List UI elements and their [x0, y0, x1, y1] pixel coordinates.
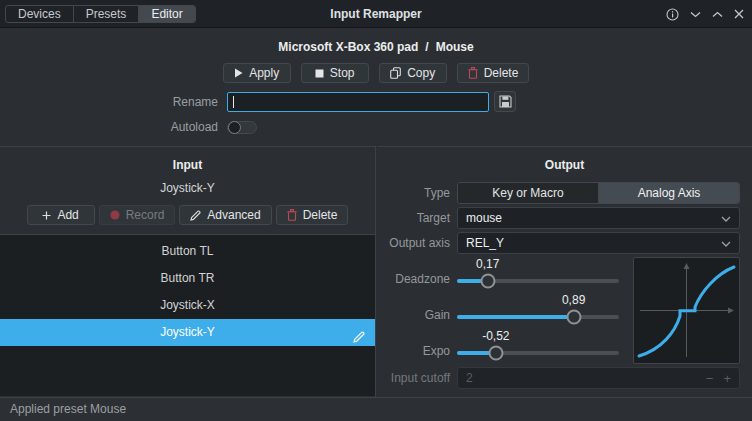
copy-icon — [390, 67, 401, 79]
stop-icon — [315, 69, 324, 78]
input-cutoff-row: Input cutoff 2 − + — [377, 367, 740, 389]
separator: / — [425, 40, 428, 54]
status-text: Applied preset Mouse — [10, 402, 126, 416]
toggle-knob — [228, 121, 241, 134]
device-preset-title: Microsoft X-Box 360 pad/Mouse — [0, 40, 752, 54]
status-bar: Applied preset Mouse — [0, 397, 752, 421]
deadzone-value: 0,17 — [476, 257, 499, 271]
apply-button[interactable]: Apply — [223, 63, 291, 83]
list-item[interactable]: Button TR — [0, 265, 375, 292]
device-name: Microsoft X-Box 360 pad — [278, 40, 418, 54]
advanced-button[interactable]: Advanced — [179, 205, 271, 225]
rename-label: Rename — [0, 95, 227, 109]
type-row: Type Key or Macro Analog Axis — [377, 182, 740, 204]
list-item[interactable]: Button TL — [0, 238, 375, 265]
output-type-segmented: Key or Macro Analog Axis — [457, 182, 740, 204]
list-item-selected[interactable]: Joystick-Y — [0, 319, 375, 346]
preset-actions: Apply Stop Copy Delete — [0, 63, 752, 83]
pencil-icon — [190, 210, 201, 221]
list-item[interactable]: Joystick-X — [0, 292, 375, 319]
output-axis-label: Output axis — [377, 236, 457, 250]
slider-handle[interactable] — [566, 310, 581, 325]
deadzone-slider[interactable]: 0,17 — [457, 271, 619, 291]
rename-input[interactable] — [227, 92, 489, 112]
gain-label: Gain — [377, 308, 457, 322]
expo-value: -0,52 — [482, 329, 509, 343]
window-controls — [666, 0, 744, 28]
stop-button[interactable]: Stop — [301, 63, 369, 83]
minimize-icon[interactable] — [690, 11, 701, 18]
trash-icon — [287, 209, 297, 221]
play-icon — [234, 68, 243, 78]
input-cutoff-label: Input cutoff — [377, 371, 457, 385]
type-analog-axis[interactable]: Analog Axis — [599, 183, 739, 203]
input-list: Button TL Button TR Joystick-X Joystick-… — [0, 235, 375, 396]
target-row: Target mouse — [377, 207, 740, 229]
floppy-icon — [499, 95, 512, 108]
input-actions: Add Record Advanced Delete — [0, 205, 375, 225]
spin-plus-button[interactable]: + — [723, 371, 731, 386]
preset-header: Microsoft X-Box 360 pad/Mouse Apply Stop… — [0, 28, 752, 146]
expo-slider[interactable]: -0,52 — [457, 343, 619, 363]
output-axis-row: Output axis REL_Y — [377, 232, 740, 254]
info-icon[interactable] — [666, 8, 679, 21]
expo-label: Expo — [377, 344, 457, 358]
type-key-or-macro[interactable]: Key or Macro — [458, 183, 599, 203]
delete-preset-button[interactable]: Delete — [457, 63, 530, 83]
save-rename-button[interactable] — [494, 91, 516, 112]
record-button[interactable]: Record — [99, 205, 176, 225]
output-axis-dropdown[interactable]: REL_Y — [457, 232, 740, 254]
titlebar: Devices Presets Editor Input Remapper — [0, 0, 752, 28]
record-icon — [110, 210, 120, 220]
text-caret — [233, 96, 234, 108]
slider-handle[interactable] — [480, 274, 495, 289]
window-title: Input Remapper — [0, 0, 752, 28]
output-panel: Output Type Key or Macro Analog Axis Tar… — [377, 146, 752, 397]
gain-value: 0,89 — [562, 293, 585, 307]
axis-tuning-section: Deadzone 0,17 Gain 0,89 Expo — [377, 257, 752, 367]
target-dropdown[interactable]: mouse — [457, 207, 740, 229]
rename-row: Rename — [0, 91, 752, 112]
spin-minus-button[interactable]: − — [706, 371, 714, 386]
autoload-toggle[interactable] — [227, 121, 257, 134]
response-curve-graph — [633, 257, 740, 364]
input-cutoff-value: 2 — [466, 371, 473, 385]
preset-name: Mouse — [436, 40, 474, 54]
maximize-icon[interactable] — [712, 11, 723, 18]
type-label: Type — [377, 186, 457, 200]
close-icon[interactable] — [734, 9, 744, 19]
output-panel-title: Output — [377, 147, 752, 172]
edit-pencil-icon[interactable] — [353, 326, 365, 353]
current-input-name: Joystick-Y — [0, 181, 375, 195]
target-label: Target — [377, 211, 457, 225]
add-input-button[interactable]: Add — [27, 205, 95, 225]
input-panel-top: Input Joystick-Y Add Record Advanced Del — [0, 147, 375, 235]
plus-icon — [42, 211, 51, 220]
input-remapper-window: Devices Presets Editor Input Remapper Mi… — [0, 0, 752, 421]
trash-icon — [468, 67, 478, 79]
chevron-down-icon — [721, 236, 731, 250]
gain-slider[interactable]: 0,89 — [457, 307, 619, 327]
slider-handle[interactable] — [488, 346, 503, 361]
input-panel: Input Joystick-Y Add Record Advanced Del — [0, 146, 376, 397]
chevron-down-icon — [721, 211, 731, 225]
delete-input-button[interactable]: Delete — [276, 205, 349, 225]
autoload-label: Autoload — [0, 120, 227, 134]
input-panel-title: Input — [0, 147, 375, 172]
deadzone-label: Deadzone — [377, 272, 457, 286]
copy-button[interactable]: Copy — [379, 63, 447, 83]
input-cutoff-spinbox[interactable]: 2 − + — [457, 367, 740, 389]
autoload-row: Autoload — [0, 120, 752, 134]
